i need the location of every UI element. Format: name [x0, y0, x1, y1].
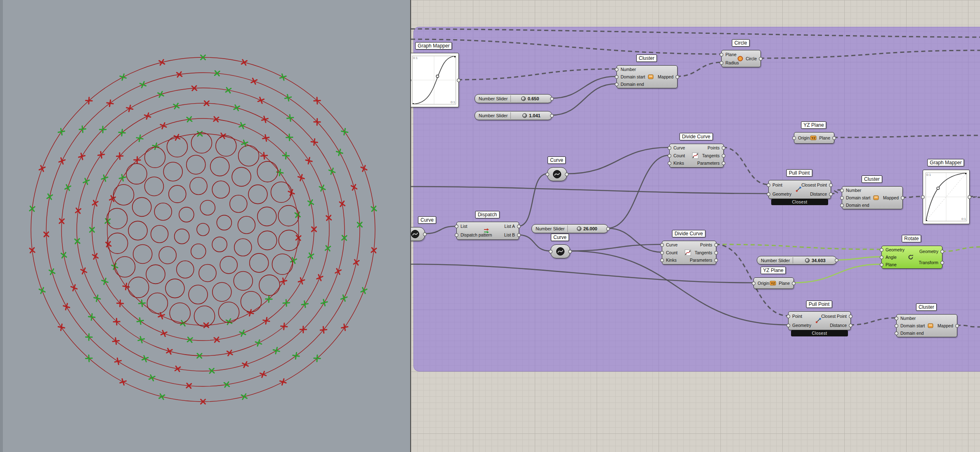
input-port[interactable] — [660, 243, 664, 247]
input-port[interactable] — [880, 256, 883, 259]
input-port[interactable] — [767, 183, 770, 187]
node-yzplane1[interactable]: OriginPlaneYZ — [794, 132, 834, 144]
node-tag-dispatch: Dispatch — [475, 211, 500, 218]
input-port[interactable] — [660, 251, 664, 255]
input-port[interactable] — [895, 324, 898, 328]
output-port[interactable] — [968, 195, 971, 199]
input-port[interactable] — [455, 225, 458, 228]
output-port[interactable] — [568, 250, 572, 253]
pattern-circle — [239, 145, 259, 166]
input-port[interactable] — [786, 324, 790, 327]
input-port[interactable] — [792, 136, 796, 140]
output-port[interactable] — [940, 261, 944, 265]
input-port[interactable] — [720, 53, 723, 57]
input-port[interactable] — [921, 195, 925, 199]
grasshopper-canvas[interactable]: Graph Mapper0:10:1ClusterNumberDomain st… — [410, 0, 980, 452]
output-port[interactable] — [714, 251, 718, 255]
output-port[interactable] — [517, 225, 521, 228]
input-port[interactable] — [545, 173, 549, 176]
graph-mapper-mapper1[interactable]: 0:10:1 — [410, 53, 459, 107]
point-marker — [142, 356, 148, 362]
input-port[interactable] — [840, 189, 844, 192]
input-port[interactable] — [615, 68, 619, 71]
node-cluster1[interactable]: NumberDomain startDomain endMapped — [616, 65, 678, 88]
node-circle1[interactable]: PlaneRadiusCircle — [721, 50, 761, 67]
output-port[interactable] — [829, 183, 833, 187]
output-port[interactable] — [565, 173, 569, 176]
number-slider-slider1[interactable]: Number Slider0.650 — [475, 94, 552, 103]
output-port[interactable] — [457, 78, 460, 82]
input-port[interactable] — [615, 75, 619, 79]
yz-plane-icon: YZ — [810, 135, 817, 141]
dispatch-icon — [483, 227, 490, 234]
number-slider-slider4[interactable]: Number Slider34.603 — [757, 256, 837, 265]
output-port[interactable] — [835, 258, 838, 262]
output-port[interactable] — [955, 324, 959, 328]
input-port[interactable] — [840, 204, 844, 207]
input-port[interactable] — [410, 78, 411, 82]
input-port[interactable] — [668, 154, 671, 158]
curve-param-curvecap0[interactable] — [410, 227, 425, 241]
output-port[interactable] — [722, 146, 725, 150]
number-slider-slider2[interactable]: Number Slider1.041 — [475, 111, 552, 120]
input-port[interactable] — [895, 331, 898, 335]
node-dispatch[interactable]: ListDispatch patternList AList B — [456, 222, 519, 240]
output-port[interactable] — [550, 97, 554, 101]
curve-param-curvecap1[interactable] — [547, 167, 567, 181]
output-port[interactable] — [423, 232, 427, 236]
output-port[interactable] — [901, 196, 904, 200]
node-pullpoint2[interactable]: PointGeometryClosest PointDistanceCloses… — [788, 311, 851, 330]
input-port[interactable] — [660, 258, 664, 262]
closest-mode-bar[interactable]: Closest — [771, 199, 828, 205]
output-port[interactable] — [550, 114, 554, 118]
output-port[interactable] — [675, 75, 679, 79]
pattern-circle — [167, 137, 187, 157]
number-slider-slider3[interactable]: Number Slider26.000 — [531, 224, 608, 233]
rhino-viewport[interactable] — [0, 0, 410, 452]
output-port[interactable] — [517, 233, 521, 237]
point-marker — [308, 200, 313, 205]
input-port[interactable] — [880, 248, 883, 252]
input-port[interactable] — [895, 317, 898, 320]
node-divide1[interactable]: CurveCountKinksPointsTangentsParameters — [669, 144, 724, 168]
point-marker — [58, 128, 64, 135]
closest-mode-bar[interactable]: Closest — [791, 330, 848, 336]
curve-param-curvecap2[interactable] — [550, 244, 570, 258]
output-port[interactable] — [714, 243, 718, 247]
input-port[interactable] — [720, 61, 723, 65]
output-port[interactable] — [829, 192, 833, 196]
input-port[interactable] — [668, 146, 671, 150]
output-port[interactable] — [722, 154, 725, 158]
input-port[interactable] — [455, 233, 458, 237]
slider-divider — [510, 95, 511, 102]
slider-knob[interactable] — [577, 227, 581, 231]
node-cluster2[interactable]: NumberDomain startDomain endMapped — [842, 186, 903, 209]
mapper-plot — [926, 173, 967, 221]
node-pullpoint1[interactable]: PointGeometryClosest PointDistanceCloses… — [768, 180, 831, 199]
input-port[interactable] — [767, 192, 770, 196]
input-port[interactable] — [549, 250, 553, 253]
output-port[interactable] — [759, 57, 763, 61]
input-port[interactable] — [615, 83, 619, 86]
input-port[interactable] — [786, 315, 790, 318]
input-port[interactable] — [880, 263, 883, 267]
output-port[interactable] — [940, 250, 944, 253]
slider-knob[interactable] — [805, 258, 810, 263]
output-port[interactable] — [849, 324, 852, 327]
graph-mapper-mapper2[interactable]: 0:10:1 — [923, 170, 970, 224]
output-port[interactable] — [832, 136, 836, 140]
input-port[interactable] — [752, 282, 756, 285]
node-divide2[interactable]: CurveCountKinksPointsTangentsParameters — [662, 241, 716, 265]
input-port[interactable] — [840, 196, 844, 200]
point-marker — [65, 185, 71, 190]
node-yzplane2[interactable]: OriginPlaneYZ — [753, 277, 794, 289]
output-port[interactable] — [849, 315, 852, 318]
output-port[interactable] — [606, 227, 610, 231]
node-rotate[interactable]: GeometryAnglePlaneGeometryTransform — [881, 246, 942, 269]
input-port[interactable] — [668, 161, 671, 165]
slider-knob[interactable] — [521, 97, 526, 101]
node-cluster3[interactable]: NumberDomain startDomain endMapped — [896, 314, 957, 337]
point-marker — [227, 350, 232, 356]
output-port[interactable] — [792, 282, 796, 285]
slider-knob[interactable] — [522, 114, 527, 118]
